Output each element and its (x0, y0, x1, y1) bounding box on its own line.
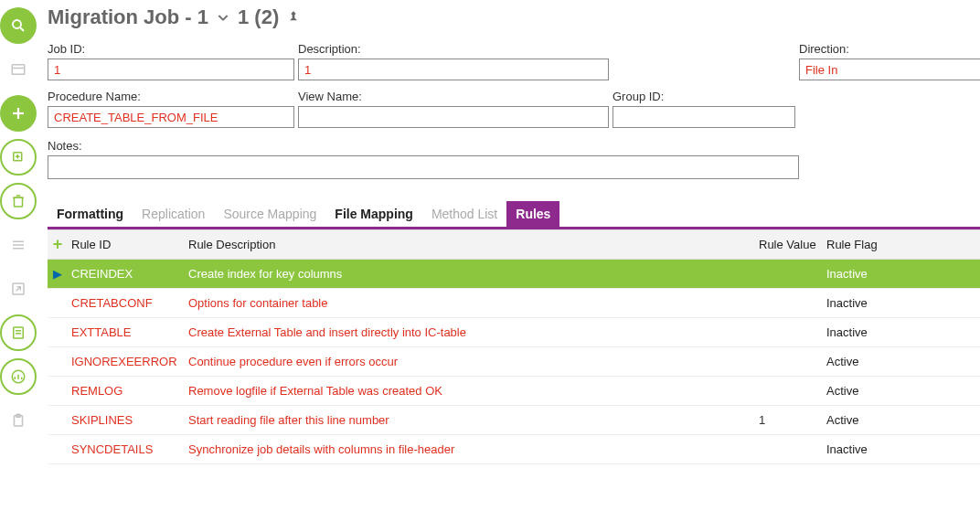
add-row-button[interactable]: + (48, 235, 68, 254)
cell-rule-flag: Inactive (823, 290, 932, 316)
field-description: Description: (298, 42, 609, 80)
cell-rule-value: 1 (755, 407, 823, 433)
row-indicator-icon (48, 443, 68, 456)
cell-rule-flag: Inactive (823, 261, 932, 287)
cell-rule-id: CRETABCONF (68, 290, 185, 316)
cell-rule-value (755, 297, 823, 310)
row-indicator-icon (48, 356, 68, 368)
rules-table: + Rule ID Rule Description Rule Value Ru… (48, 229, 980, 464)
nav-card-icon[interactable] (0, 51, 37, 88)
nav-chart-button[interactable] (0, 358, 37, 395)
cell-rule-id: EXTTABLE (68, 319, 185, 346)
sidebar (0, 0, 37, 511)
cell-rule-description: Create index for key columns (185, 261, 755, 287)
cell-rule-description: Options for container table (185, 290, 755, 316)
plus-icon (10, 105, 27, 122)
page-title-row: Migration Job - 1 1 (2) (48, 5, 980, 29)
field-direction: Direction: (799, 42, 980, 80)
label-direction: Direction: (799, 42, 980, 56)
col-rule-value: Rule Value (755, 232, 823, 257)
label-procedure-name: Procedure Name: (48, 90, 294, 103)
tabs: FormattingReplicationSource MappingFile … (48, 201, 980, 229)
trash-icon (10, 193, 27, 209)
input-job-id[interactable] (48, 59, 294, 80)
label-group-id: Group ID: (612, 90, 795, 103)
duplicate-button[interactable] (0, 139, 37, 176)
input-view-name[interactable] (298, 106, 609, 128)
cell-rule-id: SYNCDETAILS (68, 436, 185, 463)
cell-rule-value (755, 443, 823, 456)
row-indicator-icon (48, 414, 68, 427)
table-header: + Rule ID Rule Description Rule Value Ru… (48, 230, 980, 260)
label-job-id: Job ID: (48, 42, 294, 56)
svg-point-0 (13, 20, 21, 28)
cell-rule-id: REMLOG (68, 378, 185, 404)
cell-rule-value (755, 268, 823, 281)
page-title-prefix: Migration Job - 1 (48, 5, 208, 29)
cell-rule-flag: Active (823, 348, 932, 375)
duplicate-icon (10, 149, 27, 165)
cell-rule-value (755, 385, 823, 398)
label-view-name: View Name: (298, 90, 609, 103)
cell-rule-description: Synchronize job details with columns in … (185, 436, 755, 463)
chart-icon (10, 368, 27, 385)
delete-button[interactable] (0, 183, 37, 219)
col-rule-id: Rule ID (68, 232, 185, 257)
input-description[interactable] (298, 59, 609, 80)
cell-rule-id: SKIPLINES (68, 407, 185, 433)
table-row[interactable]: CRETABCONFOptions for container tableIna… (48, 289, 980, 318)
cell-rule-id: CREINDEX (68, 261, 185, 287)
search-button[interactable] (0, 7, 37, 44)
field-group-id: Group ID: (612, 90, 795, 128)
form-grid: Job ID: Description: Direction: Procedur… (48, 42, 980, 137)
table-row[interactable]: REMLOGRemove logfile if External Table w… (48, 377, 980, 406)
cell-rule-flag: Inactive (823, 319, 932, 346)
col-rule-description: Rule Description (185, 232, 755, 257)
cell-rule-description: Remove logfile if External Table was cre… (185, 378, 755, 404)
table-row[interactable]: ▶CREINDEXCreate index for key columnsIna… (48, 260, 980, 289)
tab-formatting[interactable]: Formatting (48, 201, 133, 227)
input-notes[interactable] (48, 155, 799, 179)
row-indicator-icon: ▶ (48, 261, 68, 287)
table-row[interactable]: SKIPLINESStart reading file after this l… (48, 406, 980, 435)
col-rule-flag: Rule Flag (823, 232, 932, 257)
page-title-suffix: 1 (2) (238, 5, 279, 29)
field-view-name: View Name: (298, 90, 609, 128)
row-indicator-icon (48, 297, 68, 310)
tab-method-list[interactable]: Method List (422, 201, 506, 227)
label-description: Description: (298, 42, 609, 56)
svg-rect-9 (15, 197, 23, 207)
add-button[interactable] (0, 95, 37, 132)
nav-notes-button[interactable] (0, 314, 37, 351)
tab-replication[interactable]: Replication (133, 201, 214, 227)
table-row[interactable]: SYNCDETAILSSynchronize job details with … (48, 435, 980, 464)
input-procedure-name[interactable] (48, 106, 294, 128)
input-direction[interactable] (799, 59, 980, 80)
chevron-down-icon[interactable] (216, 10, 230, 25)
nav-clipboard-icon[interactable] (0, 402, 37, 439)
nav-list-icon[interactable] (0, 227, 37, 263)
label-notes: Notes: (48, 139, 980, 153)
tab-rules[interactable]: Rules (506, 201, 559, 227)
table-row[interactable]: EXTTABLECreate External Table and insert… (48, 318, 980, 347)
input-group-id[interactable] (612, 106, 795, 128)
nav-export-icon[interactable] (0, 271, 37, 307)
pin-icon[interactable] (286, 10, 301, 25)
notes-icon (10, 325, 27, 341)
search-icon (10, 17, 27, 34)
cell-rule-value (755, 356, 823, 368)
svg-line-1 (20, 27, 24, 31)
tab-source-mapping[interactable]: Source Mapping (214, 201, 325, 227)
row-indicator-icon (48, 326, 68, 339)
cell-rule-flag: Inactive (823, 436, 932, 463)
field-notes: Notes: (48, 139, 980, 179)
row-indicator-icon (48, 385, 68, 398)
table-row[interactable]: IGNOREXEERRORContinue procedure even if … (48, 347, 980, 377)
cell-rule-description: Start reading file after this line numbe… (185, 407, 755, 433)
tab-file-mapping[interactable]: File Mapping (325, 201, 422, 227)
main-content: Migration Job - 1 1 (2) Job ID: Descript… (37, 0, 980, 511)
cell-rule-description: Continue procedure even if errors occur (185, 348, 755, 375)
cell-rule-description: Create External Table and insert directl… (185, 319, 755, 346)
field-procedure-name: Procedure Name: (48, 90, 294, 128)
field-job-id: Job ID: (48, 42, 294, 80)
